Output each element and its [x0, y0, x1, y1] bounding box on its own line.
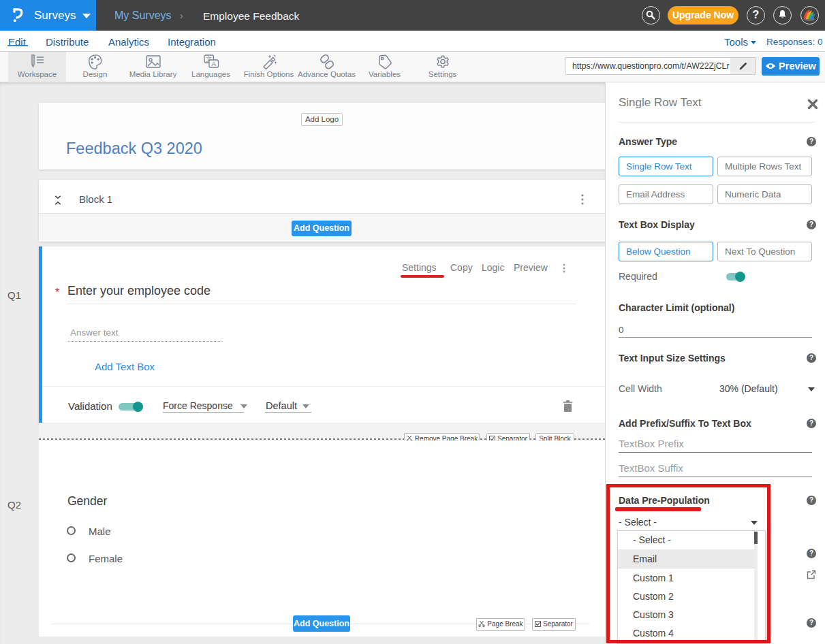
- svg-text:A: A: [211, 60, 216, 67]
